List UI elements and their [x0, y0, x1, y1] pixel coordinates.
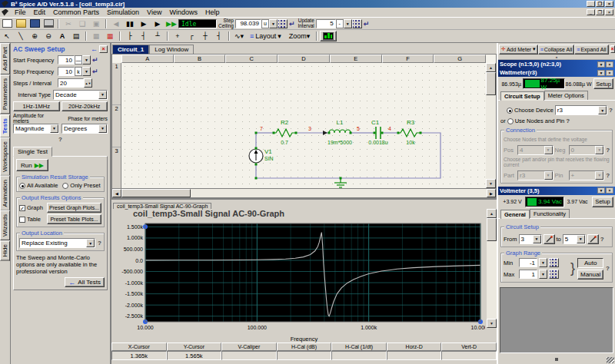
scroll-thumb[interactable] — [487, 218, 497, 241]
corner-tool-icon[interactable]: ┌ — [184, 31, 198, 41]
start-frequency-apply-icon[interactable]: ↵ — [92, 56, 98, 64]
use-nodes-radio[interactable] — [507, 118, 514, 124]
menu-edit[interactable]: Edit — [30, 8, 50, 17]
fast-run-button[interactable]: ▶▶ — [165, 18, 178, 29]
all-tests-button[interactable]: ← All Tests — [65, 277, 105, 287]
max-input[interactable]: 1 — [519, 270, 537, 279]
to-combo[interactable]: 5 ▼ — [563, 234, 586, 244]
close-button[interactable]: × — [605, 1, 613, 7]
wattmeter-dropdown-icon[interactable]: ▼ — [597, 70, 605, 76]
tab-graph[interactable]: coil_temp3-Small Signal AC-90-Graph — [113, 203, 211, 209]
graph-checkbox[interactable]: ✓ — [19, 205, 25, 211]
scroll-down-icon[interactable]: ▼ — [487, 319, 497, 328]
help-icon[interactable]: ? — [566, 117, 570, 124]
graph-vertical-scrollbar[interactable]: ▲ ▼ — [487, 209, 497, 328]
help-icon[interactable]: ? — [600, 236, 604, 243]
sidebar-tab-animation[interactable]: Animation — [0, 176, 10, 211]
scope-title-bar[interactable]: Scope (n1:5,0) (n2:3,0) ▼ × — [498, 60, 615, 68]
all-available-radio[interactable] — [19, 183, 25, 189]
steps-spinner[interactable]: ▲▼ — [84, 78, 92, 88]
tab-circuit-setup[interactable]: Circuit Setup — [500, 91, 544, 101]
help-icon[interactable]: ? — [13, 136, 108, 143]
preset-20hz-20khz-button[interactable]: 20Hz-20kHz — [62, 101, 108, 111]
curve-tool-icon[interactable]: ∿▾ — [232, 31, 246, 41]
choose-device-radio[interactable] — [507, 108, 513, 114]
from-probe-button[interactable] — [544, 234, 555, 244]
voltmeter-close-icon[interactable]: × — [606, 187, 613, 194]
help-icon[interactable]: ? — [609, 107, 613, 114]
open-file-button[interactable] — [14, 18, 28, 29]
tab-general[interactable]: General — [500, 210, 530, 219]
scroll-right-icon[interactable]: ▶ — [487, 189, 496, 197]
preset-graph-plots-button[interactable]: Preset Graph Plots... — [47, 203, 101, 213]
sidebar-tab-parameters[interactable]: Parameters — [0, 74, 10, 114]
run-button[interactable]: Run ▶▶ — [16, 159, 48, 171]
panel-close-button[interactable]: × — [99, 45, 108, 53]
stop-frequency-input[interactable]: 10 — [58, 67, 75, 76]
stop-frequency-unit-dropdown[interactable]: ▼ — [82, 67, 91, 76]
menu-view[interactable]: View — [143, 8, 165, 17]
scope-dropdown-icon[interactable]: ▼ — [597, 61, 605, 68]
amplitude-combo[interactable]: Magnitude ▼ — [13, 124, 59, 134]
update-interval-unit-dropdown[interactable]: ▼ — [344, 19, 352, 28]
to-probe-button[interactable] — [587, 234, 599, 244]
menu-common-parts[interactable]: Common Parts — [49, 8, 103, 17]
expand-all-button[interactable]: ≡ Expand All — [574, 45, 608, 55]
stop-frequency-apply-icon[interactable]: ↵ — [92, 68, 98, 75]
start-frequency-unit-dropdown[interactable]: ▼ — [82, 55, 91, 65]
ground-symbol[interactable] — [334, 178, 347, 187]
steps-interval-input[interactable]: 20 — [58, 78, 84, 88]
max-presets-button[interactable] — [549, 270, 559, 279]
step-ceiling-unit-dropdown[interactable]: ▼ — [269, 19, 278, 28]
menu-help[interactable]: Help — [201, 8, 224, 17]
scroll-left-icon[interactable]: ◀ — [112, 189, 121, 197]
save-button[interactable] — [28, 18, 42, 29]
text-tool-icon[interactable]: A — [55, 31, 69, 41]
select-tool-icon[interactable]: ↖ — [0, 31, 14, 41]
sidebar-tab-workspace[interactable]: Workspace — [0, 137, 10, 176]
align-left-icon[interactable]: ├ — [123, 31, 137, 41]
voltmeter-title-bar[interactable]: Voltmeter (3,5) ▼ × — [498, 187, 615, 195]
add-meter-button[interactable]: ✛ Add Meter ▾ — [499, 45, 538, 55]
tab-log-window[interactable]: Log Window — [149, 45, 194, 54]
terminal-tool-icon[interactable]: ┤ — [212, 31, 226, 41]
menu-file[interactable]: File — [11, 8, 30, 17]
update-interval-input[interactable]: 5 — [316, 19, 336, 28]
sidebar-tab-add-part[interactable]: Add Part — [0, 43, 10, 74]
start-frequency-input[interactable]: 10 — [58, 55, 75, 65]
min-presets-button[interactable] — [549, 258, 559, 267]
menu-simulation[interactable]: Simulation — [103, 8, 143, 17]
resize-grip[interactable] — [607, 357, 614, 363]
sidebar-tab-tests[interactable]: Tests — [0, 114, 10, 137]
zoom-out-icon[interactable]: ⊖ — [42, 31, 55, 41]
mdi-minimize-button[interactable]: _ — [587, 9, 595, 15]
maximize-button[interactable]: ❐ — [596, 1, 604, 7]
collapse-all-button[interactable]: ≡ Collapse All — [538, 45, 575, 55]
component-r2[interactable]: R2 0.7 — [274, 119, 296, 145]
interval-type-combo[interactable]: Decade ▼ — [53, 90, 108, 100]
cut-icon[interactable]: ✂ — [62, 18, 75, 29]
min-input[interactable]: -1 — [519, 258, 537, 267]
help-icon[interactable]: ? — [606, 265, 610, 272]
zoom-dropdown[interactable]: Zoom ▾ — [285, 31, 314, 41]
update-interval-presets-button[interactable] — [352, 19, 362, 28]
step-ceiling-apply-icon[interactable]: ↵ — [289, 20, 295, 28]
scroll-up-icon[interactable]: ▲ — [487, 209, 497, 218]
auto-button[interactable]: Auto — [577, 258, 603, 268]
minimize-button[interactable]: _ — [587, 1, 595, 7]
back-arrow-icon[interactable]: ← — [91, 45, 98, 53]
phase-combo[interactable]: Degrees ▼ — [62, 124, 108, 134]
min-unit-dropdown[interactable]: ▼ — [539, 258, 547, 267]
add-node-icon[interactable]: + — [171, 31, 184, 41]
step-ceiling-input[interactable]: 98.039 — [235, 19, 261, 28]
max-unit-dropdown[interactable]: ▼ — [539, 270, 547, 279]
manual-button[interactable]: Manual — [577, 270, 603, 280]
from-combo[interactable]: 3 ▼ — [519, 234, 542, 244]
print-button[interactable] — [42, 18, 55, 29]
meters-close-button[interactable]: × — [610, 45, 615, 53]
step-back-button[interactable]: ◀ — [109, 18, 123, 29]
zoom-in-icon[interactable]: ⊕ — [28, 31, 42, 41]
new-file-button[interactable] — [0, 18, 14, 29]
circuit-vertical-scrollbar[interactable]: ▲ ▼ — [486, 63, 496, 188]
tab-circuit-1[interactable]: Circuit_1 — [112, 45, 149, 54]
